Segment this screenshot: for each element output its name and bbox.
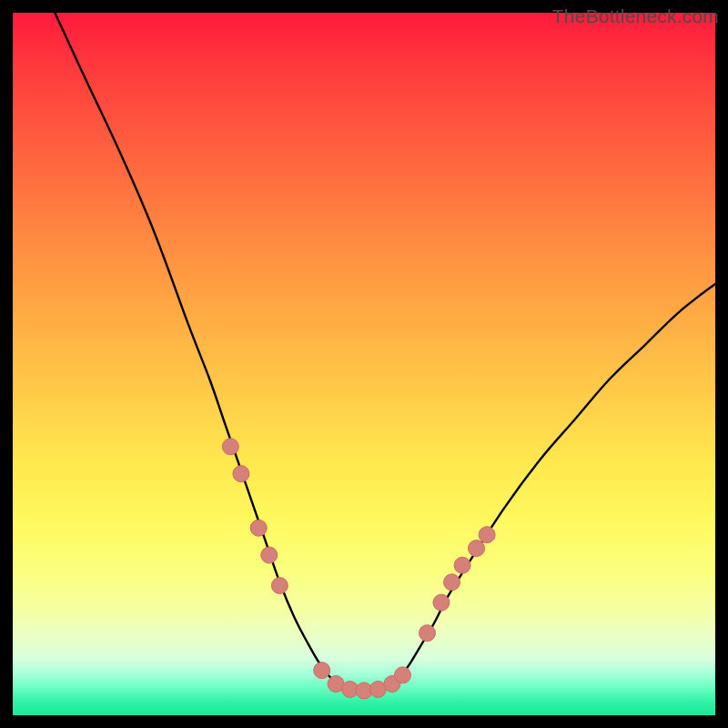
bottleneck-curve — [55, 13, 715, 691]
curve-marker — [394, 667, 410, 683]
curve-marker — [479, 527, 495, 543]
chart-stage: TheBottleneck.com — [0, 0, 728, 728]
curve-marker — [454, 557, 470, 573]
watermark-text: TheBottleneck.com — [552, 5, 719, 27]
plot-area — [13, 13, 715, 715]
curve-marker — [433, 594, 450, 611]
curve-marker — [261, 547, 278, 563]
curve-marker — [250, 520, 267, 536]
curve-marker — [314, 662, 330, 679]
curve-markers — [222, 439, 495, 699]
curve-marker — [469, 541, 485, 557]
curve-marker — [419, 625, 435, 642]
curve-marker — [233, 466, 249, 482]
curve-marker — [444, 574, 460, 591]
curve-marker — [222, 439, 238, 455]
curve-marker — [271, 578, 288, 594]
curve-layer — [13, 13, 715, 715]
